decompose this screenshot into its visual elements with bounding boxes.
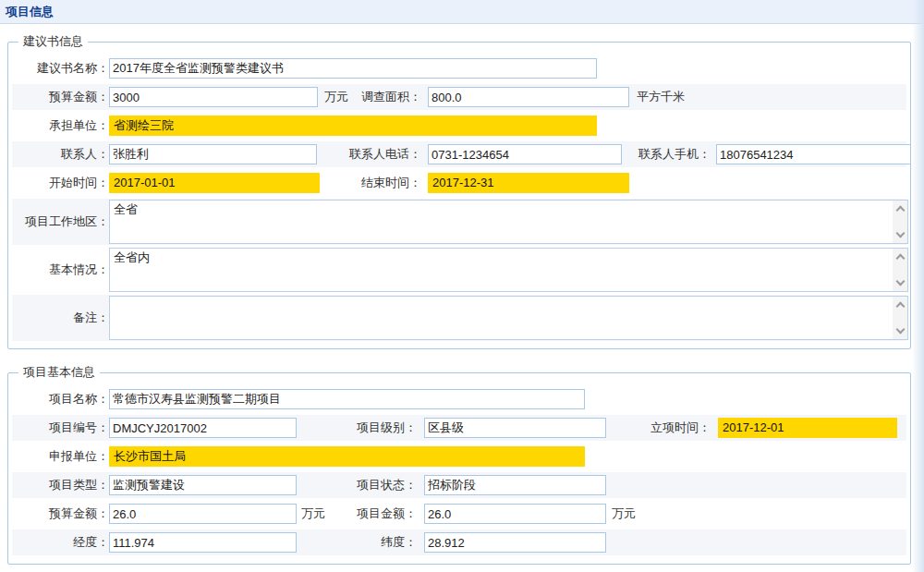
- right-edge-gradient: [912, 0, 924, 572]
- undertaking-unit-label: 承担单位：: [12, 113, 109, 139]
- scroll-down-icon[interactable]: [895, 277, 905, 286]
- textarea-scrollbar[interactable]: [893, 297, 907, 339]
- contact-phone-input[interactable]: [428, 144, 622, 164]
- work-area-textarea[interactable]: 全省: [109, 200, 908, 244]
- project-type-label: 项目类型：: [12, 472, 109, 498]
- proposal-legend: 建议书信息: [18, 33, 88, 50]
- form-row: 经度： 纬度：: [12, 529, 906, 555]
- longitude-input[interactable]: [109, 532, 297, 553]
- work-area-label: 项目工作地区：: [12, 199, 109, 245]
- budget-input[interactable]: [109, 87, 318, 107]
- form-row: 联系人： 联系人电话： 联系人手机：: [12, 141, 906, 167]
- project-amount-unit-label: 万元: [612, 501, 636, 527]
- textarea-scrollbar[interactable]: [893, 201, 907, 243]
- page-header: 项目信息: [0, 0, 924, 24]
- project-level-label: 项目级别：: [313, 415, 417, 441]
- form-row: 预算金额： 万元 调查面积： 平方千米: [12, 84, 906, 110]
- remark-textarea[interactable]: [109, 296, 908, 340]
- project-status-label: 项目状态：: [313, 472, 417, 498]
- project-code-input[interactable]: [109, 418, 297, 438]
- basic-info-wrap: 全省内: [109, 248, 908, 292]
- form-row: 预算金额： 万元 项目金额： 万元: [12, 501, 906, 527]
- form-row: 备注：: [12, 295, 906, 341]
- contact-mobile-label: 联系人手机：: [617, 141, 711, 167]
- proposal-name-label: 建议书名称：: [12, 55, 109, 81]
- declare-unit-field[interactable]: 长沙市国土局: [109, 446, 585, 467]
- latitude-input[interactable]: [424, 532, 606, 553]
- budget-label: 预算金额：: [12, 84, 109, 110]
- longitude-label: 经度：: [12, 529, 109, 555]
- budget-unit-label: 万元: [324, 84, 348, 110]
- textarea-scrollbar[interactable]: [893, 249, 907, 291]
- form-row: 承担单位： 省测绘三院: [12, 113, 906, 139]
- proposal-name-input[interactable]: [109, 58, 597, 79]
- form-row: 基本情况： 全省内: [12, 247, 906, 293]
- survey-area-label: 调查面积：: [350, 84, 421, 110]
- scroll-up-icon[interactable]: [895, 206, 905, 215]
- approval-date-label: 立项时间：: [614, 415, 711, 441]
- project-level-input[interactable]: [424, 418, 606, 438]
- form-row: 项目编号： 项目级别： 立项时间： 2017-12-01: [12, 415, 906, 441]
- project-name-label: 项目名称：: [12, 386, 109, 412]
- undertaking-unit-field[interactable]: 省测绘三院: [109, 116, 597, 136]
- project-fieldset: 项目基本信息 项目名称： 项目编号： 项目级别： 立项时间： 2017-12-0…: [7, 364, 911, 565]
- scroll-down-icon[interactable]: [895, 325, 905, 335]
- end-date-label: 结束时间：: [317, 170, 421, 196]
- scroll-down-icon[interactable]: [895, 229, 905, 238]
- start-date-field[interactable]: 2017-01-01: [109, 173, 320, 193]
- project-amount-input[interactable]: [424, 504, 606, 524]
- basic-info-textarea[interactable]: 全省内: [109, 248, 908, 292]
- proposal-fieldset: 建议书信息 建议书名称： 预算金额： 万元 调查面积： 平方千米 承担单位： 省…: [7, 33, 911, 349]
- project-code-label: 项目编号：: [12, 415, 109, 441]
- form-row: 开始时间： 2017-01-01 结束时间： 2017-12-31: [12, 170, 906, 196]
- scroll-up-icon[interactable]: [895, 254, 905, 263]
- contact-label: 联系人：: [12, 141, 109, 167]
- work-area-wrap: 全省: [109, 200, 908, 244]
- start-date-label: 开始时间：: [12, 170, 109, 196]
- form-row: 建议书名称：: [12, 55, 906, 81]
- project-type-input[interactable]: [109, 475, 297, 495]
- remark-label: 备注：: [12, 295, 109, 341]
- survey-area-input[interactable]: [428, 87, 629, 107]
- declare-unit-label: 申报单位：: [12, 444, 109, 469]
- page-title: 项目信息: [6, 0, 54, 24]
- approval-date-field[interactable]: 2017-12-01: [718, 418, 897, 438]
- contact-mobile-input[interactable]: [716, 144, 911, 164]
- form-row: 申报单位： 长沙市国土局: [12, 444, 906, 469]
- form-row: 项目类型： 项目状态：: [12, 472, 906, 498]
- remark-wrap: [109, 296, 908, 340]
- latitude-label: 纬度：: [313, 529, 417, 555]
- contact-input[interactable]: [109, 144, 317, 164]
- form-row: 项目名称：: [12, 386, 906, 412]
- basic-info-label: 基本情况：: [12, 247, 109, 293]
- project-budget-input[interactable]: [109, 504, 297, 524]
- project-legend: 项目基本信息: [18, 364, 100, 381]
- end-date-field[interactable]: 2017-12-31: [428, 173, 629, 193]
- project-name-input[interactable]: [109, 389, 585, 409]
- project-status-input[interactable]: [424, 475, 606, 495]
- survey-area-unit-label: 平方千米: [637, 84, 685, 110]
- project-amount-label: 项目金额：: [313, 501, 417, 527]
- project-budget-label: 预算金额：: [12, 501, 109, 527]
- contact-phone-label: 联系人电话：: [317, 141, 421, 167]
- scroll-up-icon[interactable]: [895, 302, 905, 311]
- form-row: 项目工作地区： 全省: [12, 199, 906, 245]
